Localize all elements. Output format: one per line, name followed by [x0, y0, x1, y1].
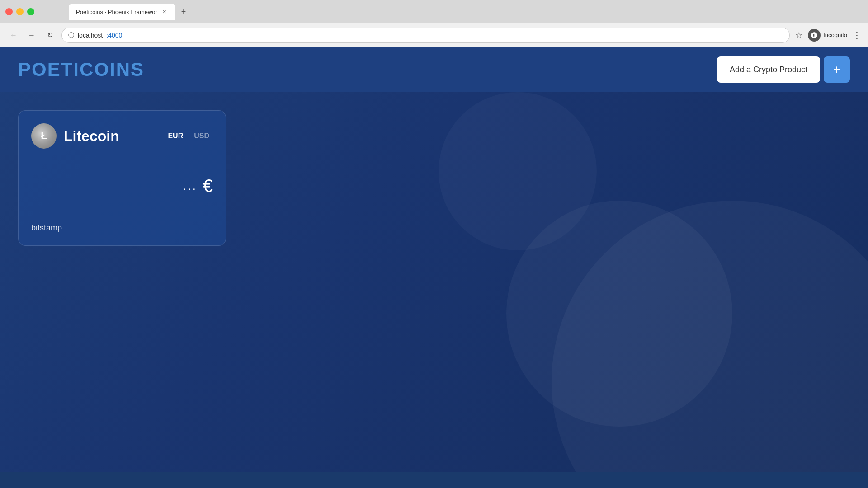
price-loading: ... [183, 180, 198, 192]
forward-button[interactable]: → [25, 29, 38, 42]
tab-close-button[interactable]: ✕ [161, 8, 168, 15]
page-content: POETICOINS Add a Crypto Product + Ł Lite… [0, 47, 868, 472]
incognito-button[interactable]: Incognito [808, 29, 847, 42]
add-crypto-icon-button[interactable]: + [824, 56, 850, 83]
browser-menu-button[interactable]: ⋮ [853, 30, 861, 40]
coin-name: Litecoin [64, 128, 119, 145]
svg-text:Ł: Ł [41, 130, 47, 141]
tab-bar: Poeticoins · Phoenix Framewor ✕ + [65, 4, 193, 20]
active-browser-tab[interactable]: Poeticoins · Phoenix Framewor ✕ [69, 4, 175, 20]
exchange-name: bitstamp [31, 223, 213, 233]
add-crypto-product-button[interactable]: Add a Crypto Product [717, 56, 820, 83]
tab-title: Poeticoins · Phoenix Framewor [76, 9, 157, 15]
app-logo: POETICOINS [18, 59, 144, 80]
maximize-window-button[interactable] [27, 8, 34, 15]
close-window-button[interactable] [5, 8, 13, 15]
card-top: Ł Litecoin EUR USD [31, 123, 213, 149]
currency-symbol: € [203, 176, 213, 196]
nav-right-controls: ☆ Incognito ⋮ [795, 29, 861, 42]
incognito-icon [808, 29, 821, 42]
secure-icon: ⓘ [68, 31, 74, 39]
browser-nav-bar: ← → ↻ ⓘ localhost:4000 ☆ Incognito ⋮ [0, 23, 868, 47]
main-area: Ł Litecoin EUR USD ... € bitstamp [0, 92, 868, 264]
browser-chrome: Poeticoins · Phoenix Framewor ✕ + ← → ↻ … [0, 0, 868, 47]
incognito-label: Incognito [823, 32, 847, 38]
card-middle: ... € [31, 176, 213, 196]
minimize-window-button[interactable] [16, 8, 24, 15]
exchange-label: bitstamp [31, 223, 62, 232]
eur-tab[interactable]: EUR [164, 130, 187, 142]
url-port: :4000 [106, 32, 122, 39]
header-actions: Add a Crypto Product + [717, 56, 850, 83]
back-button[interactable]: ← [7, 29, 20, 42]
litecoin-card[interactable]: Ł Litecoin EUR USD ... € bitstamp [18, 110, 226, 246]
bookmark-button[interactable]: ☆ [795, 30, 802, 40]
currency-tabs: EUR USD [164, 130, 213, 142]
browser-title-bar: Poeticoins · Phoenix Framewor ✕ + [0, 0, 868, 23]
app-header: POETICOINS Add a Crypto Product + [0, 47, 868, 92]
new-tab-button[interactable]: + [177, 5, 190, 18]
litecoin-icon: Ł [31, 123, 57, 149]
address-bar[interactable]: ⓘ localhost:4000 [61, 28, 790, 43]
refresh-button[interactable]: ↻ [43, 29, 56, 42]
window-controls [5, 8, 34, 15]
coin-info: Ł Litecoin [31, 123, 119, 149]
url-host: localhost [78, 32, 103, 39]
usd-tab[interactable]: USD [190, 130, 213, 142]
